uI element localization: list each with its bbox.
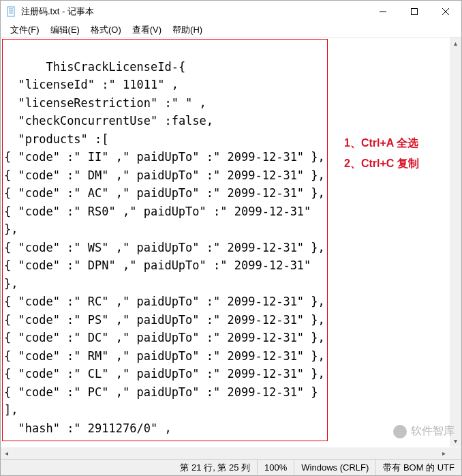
menu-help[interactable]: 帮助(H) xyxy=(167,23,208,38)
vertical-scrollbar[interactable]: ▴ ▾ xyxy=(450,38,461,447)
watermark-icon xyxy=(393,425,407,438)
titlebar[interactable]: 注册码.txt - 记事本 xyxy=(1,1,461,23)
scroll-up-icon[interactable]: ▴ xyxy=(450,38,461,49)
scroll-corner xyxy=(450,447,461,459)
maximize-button[interactable] xyxy=(399,1,430,23)
notepad-window: 注册码.txt - 记事本 文件(F) 编辑(E) 格式(O) 查看(V) 帮助… xyxy=(0,0,462,476)
menu-file[interactable]: 文件(F) xyxy=(5,23,45,38)
status-lineending: Windows (CRLF) xyxy=(294,460,376,475)
statusbar: 第 21 行, 第 25 列 100% Windows (CRLF) 带有 BO… xyxy=(1,459,461,475)
status-position: 第 21 行, 第 25 列 xyxy=(173,460,258,475)
status-encoding: 带有 BOM 的 UTF xyxy=(376,460,461,475)
horizontal-scrollbar[interactable]: ◂ ▸ xyxy=(1,447,450,459)
watermark-text: 软件智库 xyxy=(411,424,455,438)
scroll-right-icon[interactable]: ▸ xyxy=(438,447,450,459)
annotation-line-1: 1、Ctrl+A 全选 xyxy=(344,133,419,153)
annotation-line-2: 2、Ctrl+C 复制 xyxy=(344,153,419,174)
editor-area: ThisCrackLicenseId-{ "licenseId" :" 1101… xyxy=(1,38,461,459)
menubar: 文件(F) 编辑(E) 格式(O) 查看(V) 帮助(H) xyxy=(1,23,461,38)
scroll-left-icon[interactable]: ◂ xyxy=(1,447,12,459)
svg-rect-5 xyxy=(412,9,418,15)
window-title: 注册码.txt - 记事本 xyxy=(21,5,367,18)
svg-rect-0 xyxy=(7,7,14,16)
status-zoom: 100% xyxy=(258,460,294,475)
menu-view[interactable]: 查看(V) xyxy=(127,23,167,38)
window-controls xyxy=(367,1,461,23)
close-button[interactable] xyxy=(430,1,461,23)
minimize-button[interactable] xyxy=(367,1,399,23)
notepad-icon xyxy=(6,6,17,17)
menu-edit[interactable]: 编辑(E) xyxy=(45,23,85,38)
watermark: 软件智库 xyxy=(393,424,455,438)
annotation-overlay: 1、Ctrl+A 全选 2、Ctrl+C 复制 xyxy=(344,133,419,174)
menu-format[interactable]: 格式(O) xyxy=(85,23,127,38)
editor-text: ThisCrackLicenseId-{ "licenseId" :" 1101… xyxy=(4,60,325,442)
text-editor[interactable]: ThisCrackLicenseId-{ "licenseId" :" 1101… xyxy=(2,39,328,441)
